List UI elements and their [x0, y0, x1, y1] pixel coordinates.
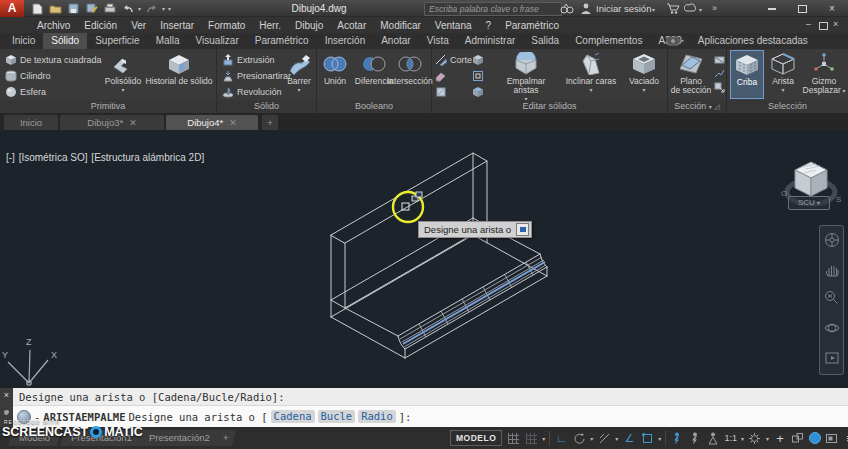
window-maximize-button[interactable]	[790, 2, 814, 15]
vaciado-dropdown-icon[interactable]: ▾	[622, 86, 666, 93]
ribbon-tab-inicio[interactable]: Inicio	[4, 33, 43, 49]
edit-solids-small-icon-5[interactable]	[472, 85, 484, 99]
menu-acotar[interactable]: Acotar	[330, 20, 373, 31]
menu-herr[interactable]: Herr.	[252, 20, 288, 31]
ribbon-display-toggle-icon[interactable]	[666, 36, 684, 46]
plot-icon[interactable]	[102, 2, 117, 16]
compass-south-label[interactable]: S	[836, 195, 841, 204]
zoom-icon[interactable]	[824, 290, 840, 306]
app-menu-button[interactable]: A	[0, 0, 24, 17]
new-file-icon[interactable]	[30, 2, 45, 16]
menu-ayuda[interactable]: ?	[479, 20, 499, 31]
dynamic-input-icon[interactable]	[516, 223, 529, 236]
workspace-gear-icon[interactable]	[748, 431, 762, 445]
button-interseccion[interactable]: Intersección	[387, 50, 432, 99]
toolbar-overflow-icon[interactable]: »	[712, 3, 717, 13]
ribbon-tab-aplicaciones[interactable]: Aplicaciones destacadas	[690, 33, 816, 49]
redo-dropdown-icon[interactable]: ▾	[162, 5, 165, 12]
button-revolucion[interactable]: Revolución	[222, 85, 282, 99]
redo-icon[interactable]	[144, 2, 159, 16]
button-inclinar-caras[interactable]: Inclinar caras ▾	[562, 50, 620, 99]
workspace-dropdown-icon[interactable]: ▾	[766, 435, 769, 442]
file-tab-dibujo4[interactable]: Dibujo4*✕	[166, 115, 258, 130]
menu-dibujo[interactable]: Dibujo	[288, 20, 330, 31]
annotation-visibility-icon[interactable]	[670, 431, 684, 445]
menu-ver[interactable]: Ver	[124, 20, 153, 31]
search-binoculars-icon[interactable]	[560, 2, 574, 14]
showmotion-icon[interactable]	[824, 350, 840, 366]
drawing-area[interactable]: Z Y X [-] [Isométrica SO] [Estructura al…	[0, 130, 848, 388]
menu-parametrico[interactable]: Paramétrico	[498, 20, 566, 31]
button-esfera[interactable]: Esfera	[5, 85, 46, 99]
grid-display-icon[interactable]	[506, 431, 520, 445]
button-criba[interactable]: Criba	[730, 50, 764, 99]
ortho-mode-icon[interactable]: ∟	[554, 431, 568, 445]
object-snap-tracking-icon[interactable]: ∠	[622, 431, 636, 445]
isodraft-icon[interactable]	[597, 431, 611, 445]
doc-close-button[interactable]: ×	[833, 19, 838, 29]
a360-dropdown-icon[interactable]: ▾	[699, 6, 702, 13]
button-gizmo-desplazar[interactable]: Gizmo Desplazar ▾	[802, 50, 846, 99]
hardware-acceleration-icon[interactable]	[809, 432, 821, 444]
edit-solids-small-icon-3[interactable]	[472, 53, 484, 67]
ribbon-tab-solido[interactable]: Sólido	[43, 33, 87, 49]
ribbon-tab-salida[interactable]: Salida	[523, 33, 567, 49]
menu-edicion[interactable]: Edición	[77, 20, 124, 31]
button-vaciado[interactable]: Vaciado ▾	[622, 50, 666, 99]
option-radio[interactable]: Radio	[358, 410, 396, 423]
button-extrusion[interactable]: Extrusión	[222, 53, 275, 67]
viewport-view-control[interactable]: [Isométrica SO]	[19, 152, 88, 163]
menu-insertar[interactable]: Insertar	[153, 20, 201, 31]
seccion-panel-dropdown-icon[interactable]: ▾	[709, 104, 712, 110]
button-barrer[interactable]: Barrer ▾	[283, 50, 315, 99]
button-cilindro[interactable]: Cilindro	[5, 69, 51, 83]
menu-ventana[interactable]: Ventana	[428, 20, 479, 31]
file-tab-inicio[interactable]: Inicio	[4, 115, 58, 130]
button-polisolido[interactable]: Polisólido ▾	[104, 50, 142, 99]
ribbon-tab-administrar[interactable]: Administrar	[457, 33, 524, 49]
file-tab-dibujo3[interactable]: Dibujo3*✕	[60, 115, 164, 130]
barrer-dropdown-icon[interactable]: ▾	[283, 86, 315, 93]
ribbon-tab-malla[interactable]: Malla	[148, 33, 188, 49]
button-de-textura-cuadrada[interactable]: De textura cuadrada	[5, 53, 102, 67]
menu-archivo[interactable]: Archivo	[30, 20, 77, 31]
plus-customize-icon[interactable]: +	[773, 431, 787, 445]
command-close-icon[interactable]: ×	[0, 388, 13, 402]
arista-dropdown-icon[interactable]: ▾	[767, 86, 799, 93]
viewport-menu-control[interactable]: [-]	[6, 152, 15, 163]
ucs-selector-button[interactable]: SCU ▾	[788, 196, 830, 210]
model-space-button[interactable]: MODELO	[450, 430, 502, 446]
sign-in-dropdown-icon[interactable]: ▾	[652, 6, 655, 13]
edit-solids-small-icon-4[interactable]	[472, 69, 484, 83]
new-drawing-tab-button[interactable]: +	[262, 115, 278, 130]
undo-dropdown-icon[interactable]: ▾	[138, 5, 141, 12]
button-presionartirar[interactable]: Presionartirar	[222, 69, 291, 83]
doc-minimize-button[interactable]: –	[806, 19, 811, 29]
annotation-scale-icon[interactable]	[706, 431, 720, 445]
doc-restore-button[interactable]	[819, 22, 828, 30]
ribbon-tab-visualizar[interactable]: Visualizar	[188, 33, 247, 49]
polisolido-dropdown-icon[interactable]: ▾	[104, 86, 142, 93]
inclinar-dropdown-icon[interactable]: ▾	[562, 86, 620, 93]
polar-dropdown-icon[interactable]: ▾	[590, 435, 593, 442]
scale-dropdown-icon[interactable]: ▾	[741, 435, 744, 442]
ribbon-tab-anotar[interactable]: Anotar	[373, 33, 418, 49]
save-icon[interactable]	[66, 2, 81, 16]
a360-share-icon[interactable]	[684, 3, 697, 14]
snap-mode-icon[interactable]	[524, 431, 538, 445]
selected-fillet-edge[interactable]	[403, 262, 545, 344]
autoscale-icon[interactable]	[688, 431, 702, 445]
sign-in-button[interactable]: Iniciar sesión	[596, 3, 651, 14]
close-tab-icon[interactable]: ✕	[229, 118, 237, 128]
snap-dropdown-icon[interactable]: ▾	[542, 435, 545, 442]
ucs-icon[interactable]	[8, 350, 48, 385]
window-minimize-button[interactable]	[760, 2, 784, 15]
edit-solids-small-icon-2[interactable]	[435, 85, 447, 99]
isolate-objects-icon[interactable]	[791, 431, 805, 445]
button-historial-de-solido[interactable]: Historial de sólido	[144, 50, 214, 99]
viewport-visualstyle-control[interactable]: [Estructura alámbrica 2D]	[91, 152, 204, 163]
save-as-icon[interactable]	[84, 2, 99, 16]
seccion-small-icon-3[interactable]	[714, 80, 725, 94]
button-corte[interactable]: Corte	[435, 53, 472, 67]
help-search-input[interactable]: Escriba palabra clave o frase	[424, 2, 562, 16]
